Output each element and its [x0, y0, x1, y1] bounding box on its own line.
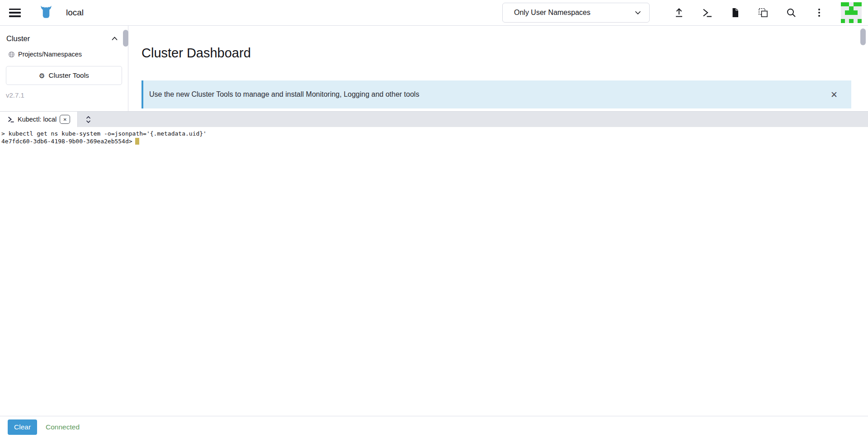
main-scrollbar-thumb[interactable]	[860, 28, 866, 45]
sidebar-scrollbar-thumb[interactable]	[123, 30, 128, 47]
main-content: Cluster Dashboard Use the new Cluster To…	[128, 26, 868, 111]
search-icon[interactable]	[786, 7, 797, 18]
rancher-logo-icon	[37, 3, 55, 23]
sidebar-item-projects-namespaces[interactable]: Projects/Namespaces	[0, 47, 128, 61]
header-actions: Only User Namespaces	[502, 2, 868, 23]
terminal-prompt: 4e7fdc60-3db6-4198-9b00-369ea2eb554d>	[1, 138, 132, 145]
kubectl-terminal-panel: Kubectl: local ✕ > kubectl get ns kube-s…	[0, 111, 868, 438]
terminal-tab-label: Kubectl: local	[18, 116, 57, 123]
namespace-filter-select[interactable]: Only User Namespaces	[502, 3, 650, 23]
clear-button[interactable]: Clear	[8, 419, 37, 435]
terminal-output[interactable]: > kubectl get ns kube-system -o=jsonpath…	[0, 127, 868, 416]
kebab-menu-icon[interactable]	[814, 7, 825, 18]
user-avatar[interactable]	[841, 2, 862, 23]
globe-icon	[8, 51, 15, 58]
connection-status: Connected	[46, 423, 80, 431]
hamburger-menu-icon[interactable]	[9, 9, 21, 17]
top-header: local Only User Namespaces	[0, 0, 868, 26]
cluster-tools-button[interactable]: ⚙ Cluster Tools	[6, 66, 122, 85]
sidebar: Cluster Projects/Namespaces ⚙ Cluster To…	[0, 26, 128, 111]
page-title: Cluster Dashboard	[142, 26, 868, 61]
workspace: Cluster Projects/Namespaces ⚙ Cluster To…	[0, 26, 868, 111]
namespace-filter-value: Only User Namespaces	[514, 9, 590, 17]
info-banner-text: Use the new Cluster Tools to manage and …	[149, 90, 419, 99]
terminal-cursor	[135, 138, 139, 145]
terminal-line: 4e7fdc60-3db6-4198-9b00-369ea2eb554d>	[1, 137, 867, 145]
terminal-line: > kubectl get ns kube-system -o=jsonpath…	[1, 130, 867, 137]
tab-close-icon[interactable]: ✕	[60, 115, 70, 124]
cluster-tools-label: Cluster Tools	[49, 71, 89, 80]
cluster-name: local	[66, 8, 84, 18]
terminal-tabbar: Kubectl: local ✕	[0, 111, 868, 127]
chevron-up-icon	[111, 36, 118, 41]
terminal-tab-kubectl-local[interactable]: Kubectl: local ✕	[0, 112, 78, 127]
chevron-down-icon	[633, 8, 643, 18]
upload-icon[interactable]	[674, 7, 684, 18]
banner-close-icon[interactable]: ✕	[827, 88, 841, 102]
terminal-footer: Clear Connected	[0, 416, 868, 438]
gear-icon: ⚙	[39, 72, 45, 79]
version-label: v2.7.1	[6, 91, 122, 99]
expand-panel-icon[interactable]	[85, 115, 92, 124]
sidebar-section-cluster[interactable]: Cluster	[0, 30, 128, 47]
sidebar-section-label: Cluster	[6, 34, 30, 43]
file-icon[interactable]	[730, 7, 741, 18]
sidebar-item-label: Projects/Namespaces	[18, 51, 82, 58]
import-yaml-icon[interactable]	[758, 7, 769, 18]
kubectl-shell-icon[interactable]	[702, 7, 712, 18]
info-banner: Use the new Cluster Tools to manage and …	[142, 80, 851, 108]
shell-prompt-icon	[7, 116, 14, 123]
